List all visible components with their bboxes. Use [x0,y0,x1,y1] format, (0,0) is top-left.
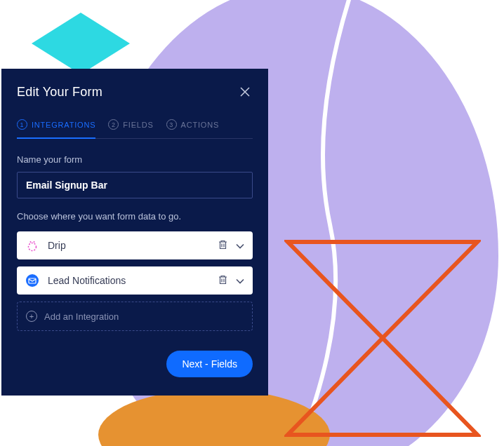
integration-row[interactable]: Lead Notifications [17,266,253,295]
close-icon [240,87,250,97]
drip-icon [25,238,39,252]
tab-num: 1 [17,119,27,130]
tab-actions[interactable]: 3 ACTIONS [166,119,220,138]
chevron-down-icon [236,243,244,249]
expand-button[interactable] [236,240,244,251]
svg-point-2 [34,241,35,243]
tab-num: 3 [166,119,177,130]
tab-integrations[interactable]: 1 INTEGRATIONS [17,119,95,138]
close-button[interactable] [237,84,253,100]
form-name-input[interactable] [17,172,253,198]
chevron-down-icon [236,278,244,284]
name-label: Name your form [17,154,253,165]
modal-title: Edit Your Form [17,85,102,100]
add-integration-label: Add an Integration [44,311,119,322]
next-button[interactable]: Next - Fields [166,351,253,377]
choose-text: Choose where you want form data to go. [17,211,253,222]
svg-point-1 [30,241,32,243]
delete-button[interactable] [218,275,227,287]
integration-label: Drip [48,240,210,251]
mail-icon [25,273,39,288]
tabs: 1 INTEGRATIONS 2 FIELDS 3 ACTIONS [17,119,253,139]
tab-label: FIELDS [123,121,153,129]
tab-fields[interactable]: 2 FIELDS [108,119,153,138]
bg-hourglass [284,238,481,438]
svg-point-0 [29,243,37,251]
integration-label: Lead Notifications [48,275,210,286]
tab-label: INTEGRATIONS [32,121,95,129]
modal-header: Edit Your Form [17,84,253,100]
trash-icon [218,275,227,285]
expand-button[interactable] [236,275,244,286]
edit-form-modal: Edit Your Form 1 INTEGRATIONS 2 FIELDS 3… [1,69,268,396]
add-integration-button[interactable]: + Add an Integration [17,302,253,331]
modal-footer: Next - Fields [17,351,253,377]
tab-num: 2 [108,119,119,130]
delete-button[interactable] [218,240,227,252]
integration-row[interactable]: Drip [17,231,253,259]
tab-label: ACTIONS [181,121,220,129]
bg-cyan-diamond [32,13,130,74]
svg-point-3 [26,274,39,287]
plus-icon: + [26,311,37,322]
trash-icon [218,240,227,250]
